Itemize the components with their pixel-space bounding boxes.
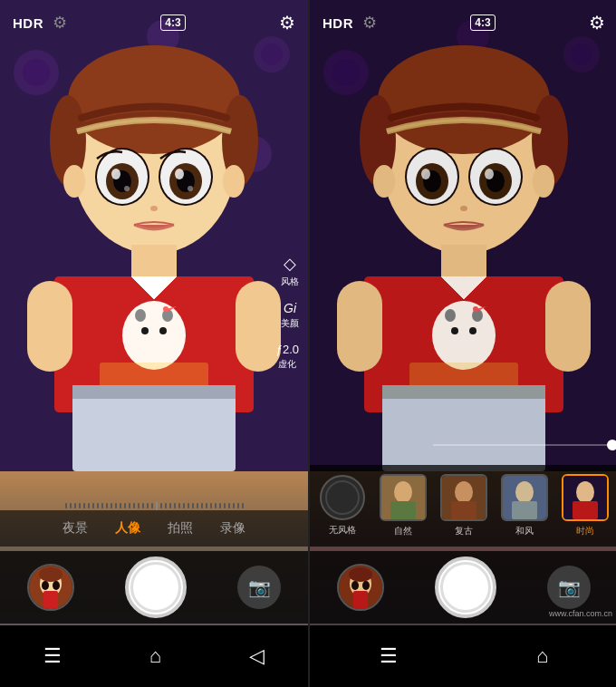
svg-point-26 [223,165,245,198]
svg-rect-91 [451,501,476,519]
svg-point-20 [111,169,120,179]
fashion-filter-label: 时尚 [576,525,594,537]
svg-point-9 [68,45,240,154]
style-diamond-icon: ◇ [284,254,296,274]
left-hdr-label[interactable]: HDR [13,15,43,31]
right-camera-panel: HDR ⚙ 4:3 ⚙ 无风格 自然 [310,0,616,687]
svg-point-25 [63,165,85,198]
svg-rect-38 [27,281,72,372]
right-shutter-inner [440,562,491,613]
right-settings-icon[interactable]: ⚙ [589,12,605,34]
svg-point-44 [39,567,63,582]
mode-photo[interactable]: 拍照 [168,520,193,537]
slider-handle[interactable] [607,440,616,450]
right-shutter-button[interactable] [435,556,496,618]
style-icon-item[interactable]: ◇ 风格 [281,254,299,288]
svg-point-96 [576,481,594,503]
svg-point-73 [432,301,496,370]
left-home-icon[interactable]: ⌂ [149,644,161,668]
svg-point-24 [150,206,158,211]
svg-point-80 [473,306,478,312]
svg-rect-88 [390,501,416,519]
filter-fashion[interactable]: 时尚 [557,474,612,537]
svg-point-33 [159,327,167,334]
right-home-icon[interactable]: ⌂ [536,644,548,668]
beauty-icon: Gi [284,301,296,315]
svg-point-76 [451,327,458,334]
watermark: www.cfan.com.cn [549,609,612,618]
filter-none-label: 无风格 [329,524,356,537]
left-flash-icon[interactable]: ⚙ [53,13,67,33]
no-filter-thumb [320,475,365,520]
svg-point-50 [332,59,360,86]
svg-point-23 [188,186,193,191]
svg-point-34 [135,309,146,322]
svg-point-55 [378,45,550,154]
svg-point-69 [373,165,395,198]
filter-vintage[interactable]: 复古 [437,474,492,537]
svg-point-45 [42,581,49,590]
harmony-filter-thumb [501,474,548,521]
svg-point-77 [469,327,476,334]
filter-circle-ring [325,480,360,515]
fashion-filter-thumb [562,474,609,521]
right-hdr-label[interactable]: HDR [322,15,353,31]
left-menu-icon[interactable]: ☰ [43,644,62,668]
left-settings-icon[interactable]: ⚙ [279,12,295,34]
left-ratio-badge[interactable]: 4:3 [160,15,185,31]
beauty-icon-item[interactable]: Gi 美颜 [281,301,299,330]
mode-video[interactable]: 录像 [220,520,245,537]
svg-point-36 [163,306,168,312]
right-ratio-badge[interactable]: 4:3 [470,15,495,31]
filter-harmony[interactable]: 和风 [496,474,552,537]
svg-point-29 [122,301,186,370]
right-flip-camera-button[interactable]: 📷 [547,566,591,609]
harmony-filter-label: 和风 [515,525,534,537]
right-flash-icon[interactable]: ⚙ [362,13,377,33]
svg-rect-71 [441,245,486,281]
left-camera-panel: HDR ⚙ 4:3 ⚙ ◇ 风格 Gi 美颜 ƒ2.0 虚化 夜景 人像 拍照 … [0,0,308,687]
svg-point-4 [261,44,283,65]
mode-portrait[interactable]: 人像 [115,520,140,537]
svg-point-22 [124,186,130,191]
left-back-icon[interactable]: ◁ [249,644,265,668]
svg-point-102 [362,581,370,590]
natural-filter-thumb [380,474,427,521]
svg-rect-97 [573,501,598,519]
style-label: 风格 [281,276,299,288]
svg-point-52 [571,44,592,65]
right-slider[interactable] [433,444,616,446]
svg-rect-47 [43,591,58,609]
svg-rect-40 [72,390,236,471]
svg-point-93 [515,481,534,503]
right-top-bar: HDR ⚙ 4:3 ⚙ [310,0,616,45]
left-shutter-button[interactable] [125,556,187,618]
mode-nightscene[interactable]: 夜景 [63,520,88,537]
left-nav-bar: ☰ ⌂ ◁ [0,625,308,687]
left-mode-bar: 夜景 人像 拍照 录像 [0,510,308,547]
svg-point-67 [485,169,494,179]
filter-natural[interactable]: 自然 [376,474,431,537]
left-thumbnail[interactable] [27,564,74,611]
flip-icon: 📷 [248,576,271,598]
right-doll-scene [310,0,616,471]
left-tick-line [0,501,308,510]
svg-point-46 [53,581,60,590]
left-side-icons: ◇ 风格 Gi 美颜 ƒ2.0 虚化 [276,254,299,371]
left-flip-camera-button[interactable]: 📷 [237,566,281,609]
svg-point-101 [351,581,359,590]
right-menu-icon[interactable]: ☰ [380,644,398,668]
right-flip-icon: 📷 [558,576,581,598]
svg-rect-103 [353,591,368,609]
svg-rect-82 [337,281,382,372]
svg-point-90 [455,481,473,503]
blur-icon-item[interactable]: ƒ2.0 虚化 [276,343,299,371]
beauty-label: 美颜 [281,317,299,330]
svg-rect-94 [512,501,537,519]
blur-label: 虚化 [278,358,296,371]
right-nav-bar: ☰ ⌂ www.cfan.com.cn [310,625,616,687]
right-thumbnail[interactable] [337,564,384,611]
svg-point-68 [460,206,467,211]
filter-none[interactable]: 无风格 [315,475,371,537]
tick-dots [65,501,244,510]
